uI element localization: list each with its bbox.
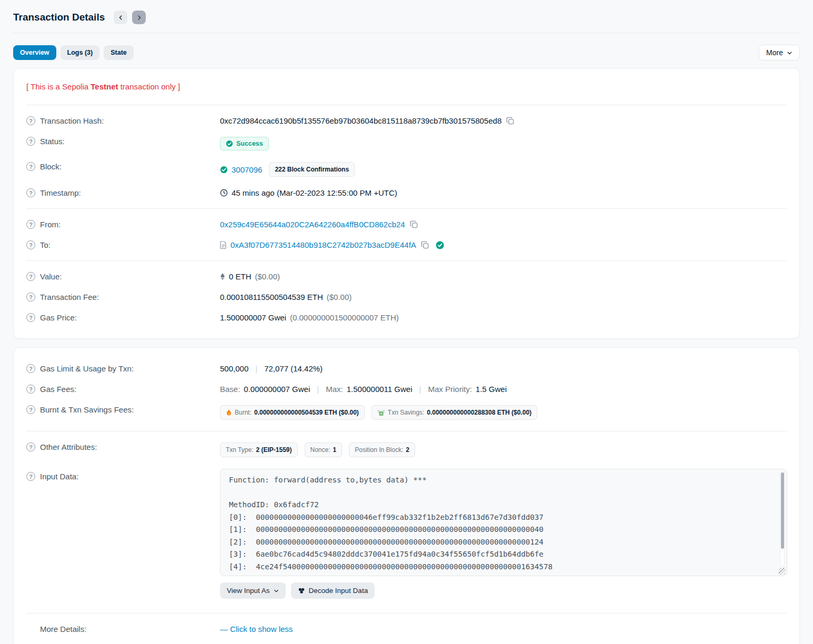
- burnt-savings-label: Burnt & Txn Savings Fees:: [40, 405, 134, 414]
- row-block: ? Block: 3007096 222 Block Confirmations: [26, 156, 787, 183]
- page-title: Transaction Details: [13, 12, 105, 23]
- nonce-label: Nonce:: [310, 446, 330, 454]
- block-confirmations-badge: 222 Block Confirmations: [269, 162, 355, 177]
- view-input-as-button[interactable]: View Input As: [220, 582, 286, 599]
- more-dropdown-button[interactable]: More: [759, 45, 800, 61]
- row-burnt-savings-fees: ? Burnt & Txn Savings Fees: Burnt: 0.000…: [26, 399, 787, 426]
- tabs: Overview Logs (3) State: [13, 45, 134, 60]
- copy-hash-button[interactable]: [505, 117, 515, 125]
- eth-diamond-icon: [220, 273, 225, 280]
- help-icon[interactable]: ?: [26, 293, 35, 301]
- help-icon[interactable]: ?: [26, 162, 35, 171]
- gas-price-amount: 1.500000007 Gwei: [220, 313, 286, 322]
- max-priority-fee-label: Max Priority:: [428, 385, 471, 394]
- help-icon[interactable]: ?: [26, 442, 35, 451]
- row-input-data: ? Input Data: Function: forward(address …: [26, 463, 787, 605]
- input-data-scrollbar-thumb[interactable]: [781, 472, 784, 549]
- copy-to-address-button[interactable]: [420, 241, 430, 249]
- input-data-label: Input Data:: [40, 472, 78, 481]
- burnt-fee-badge: Burnt: 0.000000000000504539 ETH ($0.00): [220, 405, 365, 420]
- next-transaction-button[interactable]: [132, 11, 146, 24]
- tab-logs[interactable]: Logs (3): [61, 45, 100, 60]
- gas-limit-label: Gas Limit & Usage by Txn:: [40, 364, 134, 373]
- copy-from-address-button[interactable]: [409, 220, 419, 228]
- contract-document-icon: [220, 241, 227, 249]
- block-number-link[interactable]: 3007096: [232, 165, 262, 174]
- copy-icon: [410, 220, 418, 228]
- chevron-down-icon: [787, 50, 792, 56]
- burnt-fee-value: 0.000000000000504539 ETH ($0.00): [254, 409, 359, 416]
- help-icon[interactable]: ?: [26, 116, 35, 125]
- money-with-wings-icon: [377, 409, 385, 416]
- from-address-link[interactable]: 0x259c49E65644a020C2A642260a4ffB0CD862cb…: [220, 220, 405, 229]
- max-fee-value: 1.500000011 Gwei: [347, 385, 413, 394]
- help-icon[interactable]: ?: [26, 313, 35, 322]
- other-attributes-label: Other Attributes:: [40, 442, 97, 451]
- row-to: ? To: 0xA3f07D6773514480b918C2742b027b3a…: [26, 235, 787, 255]
- resize-handle[interactable]: [779, 568, 786, 575]
- input-data-scrollbar-track[interactable]: [780, 471, 785, 567]
- divider: [26, 431, 787, 431]
- help-icon[interactable]: ?: [26, 405, 35, 414]
- help-icon[interactable]: ?: [26, 240, 35, 249]
- row-from: ? From: 0x259c49E65644a020C2A642260a4ffB…: [26, 214, 787, 235]
- position-in-block-value: 2: [406, 446, 409, 454]
- transaction-fee-label: Transaction Fee:: [40, 293, 99, 301]
- max-fee-label: Max:: [326, 385, 343, 394]
- check-circle-icon: [220, 166, 228, 174]
- block-label: Block:: [40, 162, 62, 171]
- divider: [26, 208, 787, 209]
- gas-usage-value: 72,077 (14.42%): [264, 364, 323, 373]
- max-priority-fee-value: 1.5 Gwei: [476, 385, 507, 394]
- value-usd: ($0.00): [255, 272, 280, 281]
- gas-price-label: Gas Price:: [40, 313, 77, 322]
- row-more-details: More Details: — Click to show less: [26, 619, 787, 639]
- fire-icon: [226, 409, 232, 416]
- tab-state[interactable]: State: [104, 45, 134, 60]
- help-icon[interactable]: ?: [26, 272, 35, 281]
- txn-type-badge: Txn Type: 2 (EIP-1559): [220, 442, 298, 457]
- gas-price-eth: (0.000000001500000007 ETH): [290, 313, 399, 322]
- check-circle-icon: [226, 140, 233, 147]
- tabs-row: Overview Logs (3) State More: [13, 45, 800, 61]
- copy-icon: [421, 241, 429, 249]
- status-badge: Success: [220, 137, 269, 150]
- help-icon[interactable]: ?: [26, 220, 35, 229]
- view-input-as-label: View Input As: [227, 587, 270, 595]
- row-other-attributes: ? Other Attributes: Txn Type: 2 (EIP-155…: [26, 437, 787, 463]
- status-label: Status:: [40, 137, 65, 146]
- input-data-textarea[interactable]: Function: forward(address to,bytes data)…: [220, 469, 787, 576]
- help-icon[interactable]: ?: [26, 364, 35, 373]
- row-gas-fees: ? Gas Fees: Base: 0.000000007 Gwei | Max…: [26, 379, 787, 399]
- details-card: ? Gas Limit & Usage by Txn: 500,000 | 72…: [13, 347, 800, 644]
- decode-icon: [298, 587, 305, 595]
- gas-fees-label: Gas Fees:: [40, 385, 76, 394]
- txn-savings-badge: Txn Savings: 0.000000000000288308 ETH ($…: [372, 405, 537, 420]
- overview-card: [ This is a Sepolia Testnet transaction …: [13, 68, 800, 339]
- prev-transaction-button[interactable]: [114, 11, 127, 24]
- testnet-warning: [ This is a Sepolia Testnet transaction …: [26, 79, 787, 99]
- timestamp-label: Timestamp:: [40, 188, 81, 197]
- show-less-link[interactable]: — Click to show less: [220, 625, 293, 633]
- divider: [26, 105, 787, 105]
- testnet-warning-prefix: [ This is a Sepolia: [26, 82, 91, 91]
- help-icon[interactable]: ?: [26, 188, 35, 197]
- decode-input-data-button[interactable]: Decode Input Data: [291, 582, 375, 599]
- help-icon[interactable]: ?: [26, 472, 35, 481]
- txn-type-value: 2 (EIP-1559): [256, 446, 292, 454]
- copy-icon: [506, 117, 514, 125]
- help-icon[interactable]: ?: [26, 385, 35, 394]
- status-badge-label: Success: [236, 140, 263, 147]
- to-address-link[interactable]: 0xA3f07D6773514480b918C2742b027b3acD9E44…: [230, 240, 416, 249]
- input-data-actions: View Input As Decode Input Data: [220, 582, 787, 599]
- nonce-badge: Nonce: 1: [305, 442, 343, 457]
- row-transaction-hash: ? Transaction Hash: 0xc72d984ccac6190b5f…: [26, 110, 787, 131]
- row-gas-limit-usage: ? Gas Limit & Usage by Txn: 500,000 | 72…: [26, 358, 787, 379]
- row-timestamp: ? Timestamp: 45 mins ago (Mar-02-2023 12…: [26, 183, 787, 203]
- transaction-fee-usd: ($0.00): [327, 293, 352, 301]
- position-in-block-label: Position In Block:: [355, 446, 403, 454]
- value-amount: 0 ETH: [229, 272, 252, 281]
- tab-overview[interactable]: Overview: [13, 45, 56, 60]
- nonce-value: 1: [333, 446, 337, 454]
- help-icon[interactable]: ?: [26, 137, 35, 146]
